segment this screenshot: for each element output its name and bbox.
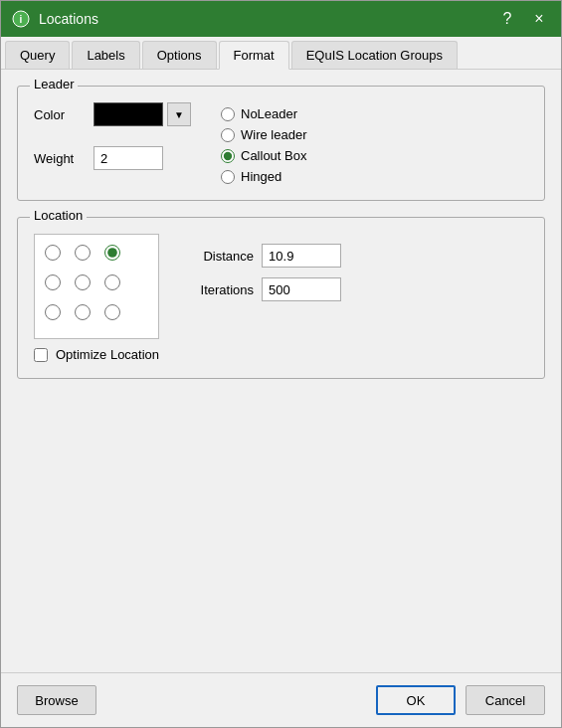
iterations-label: Iterations <box>189 282 254 297</box>
leader-radio-group: NoLeader Wire leader Callout Box Hinged <box>221 102 306 184</box>
tab-labels[interactable]: Labels <box>72 41 139 69</box>
location-group: Location <box>17 217 545 379</box>
title-bar-controls: ? × <box>495 7 551 31</box>
radio-hinged-label: Hinged <box>241 169 281 184</box>
grid-radio-1-2[interactable] <box>104 274 120 290</box>
iterations-row: Iterations <box>189 277 341 301</box>
radio-wire-leader[interactable]: Wire leader <box>221 127 306 142</box>
svg-text:i: i <box>20 14 23 25</box>
main-window: i Locations ? × Query Labels Options For… <box>0 0 562 728</box>
radio-no-leader-input[interactable] <box>221 107 235 121</box>
tab-query[interactable]: Query <box>5 41 70 69</box>
optimize-row: Optimize Location <box>34 347 159 362</box>
radio-hinged-input[interactable] <box>221 170 235 184</box>
browse-button[interactable]: Browse <box>17 685 96 715</box>
grid-radio-2-1[interactable] <box>75 304 91 320</box>
tab-equis[interactable]: EQuIS Location Groups <box>291 41 458 69</box>
radio-no-leader-label: NoLeader <box>241 106 297 121</box>
distance-row: Distance <box>189 244 341 268</box>
radio-hinged[interactable]: Hinged <box>221 169 306 184</box>
window-title: Locations <box>39 11 495 27</box>
radio-callout-box-label: Callout Box <box>241 148 306 163</box>
grid-radio-0-2[interactable] <box>104 245 120 261</box>
leader-group: Leader Color ▼ Weight <box>17 86 545 201</box>
optimize-label: Optimize Location <box>56 347 159 362</box>
footer: Browse OK Cancel <box>1 672 561 727</box>
cancel-button[interactable]: Cancel <box>466 685 545 715</box>
color-row: Color ▼ <box>34 102 191 126</box>
optimize-checkbox[interactable] <box>34 348 48 362</box>
help-button[interactable]: ? <box>495 7 519 31</box>
radio-wire-leader-label: Wire leader <box>241 127 306 142</box>
tab-bar: Query Labels Options Format EQuIS Locati… <box>1 37 561 70</box>
location-grid-container: Optimize Location <box>34 234 159 362</box>
color-dropdown: ▼ <box>94 102 191 126</box>
title-bar: i Locations ? × <box>1 1 561 37</box>
distance-input[interactable] <box>262 244 341 268</box>
grid-radio-0-0[interactable] <box>45 245 61 261</box>
color-picker-button[interactable] <box>94 102 163 126</box>
weight-input[interactable] <box>94 146 163 170</box>
location-content: Optimize Location Distance Iterations <box>34 234 528 362</box>
location-right: Distance Iterations <box>189 234 341 301</box>
main-content: Leader Color ▼ Weight <box>1 70 561 672</box>
app-icon: i <box>11 9 31 29</box>
footer-right: OK Cancel <box>376 685 545 715</box>
radio-callout-box-input[interactable] <box>221 149 235 163</box>
location-grid <box>34 234 159 339</box>
radio-callout-box[interactable]: Callout Box <box>221 148 306 163</box>
color-label: Color <box>34 107 94 122</box>
radio-no-leader[interactable]: NoLeader <box>221 106 306 121</box>
grid-radio-2-0[interactable] <box>45 304 61 320</box>
grid-radio-0-1[interactable] <box>75 245 91 261</box>
close-button[interactable]: × <box>527 7 551 31</box>
color-dropdown-arrow[interactable]: ▼ <box>167 102 191 126</box>
tab-format[interactable]: Format <box>219 41 289 70</box>
distance-label: Distance <box>189 249 254 264</box>
tab-options[interactable]: Options <box>142 41 217 69</box>
iterations-input[interactable] <box>262 277 341 301</box>
weight-label: Weight <box>34 151 94 166</box>
leader-left: Color ▼ Weight <box>34 102 191 184</box>
leader-content: Color ▼ Weight <box>34 102 528 184</box>
location-group-label: Location <box>30 208 87 223</box>
weight-row: Weight <box>34 146 191 170</box>
ok-button[interactable]: OK <box>376 685 456 715</box>
grid-radio-2-2[interactable] <box>104 304 120 320</box>
leader-group-label: Leader <box>30 77 78 91</box>
grid-radio-1-0[interactable] <box>45 274 61 290</box>
grid-radio-1-1[interactable] <box>75 274 91 290</box>
radio-wire-leader-input[interactable] <box>221 128 235 142</box>
